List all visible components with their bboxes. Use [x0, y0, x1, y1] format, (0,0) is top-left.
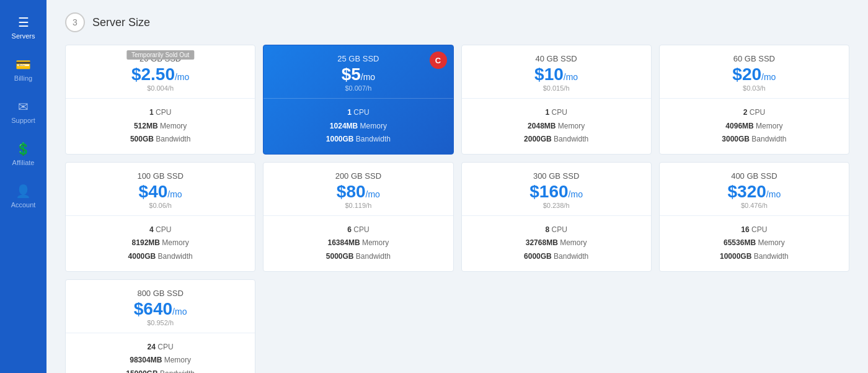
price-suffix: /mo — [569, 189, 583, 199]
card-bandwidth: 15000GB Bandwidth — [76, 367, 245, 373]
card-price: $2.50/mo — [76, 66, 245, 83]
card-price-hour: $0.238/h — [472, 202, 641, 209]
price-suffix: /mo — [366, 189, 380, 199]
card-price-hour: $0.119/h — [273, 202, 443, 209]
card-memory: 32768MB Memory — [472, 236, 641, 250]
card-price: $10/mo — [472, 66, 641, 83]
card-memory: 16384MB Memory — [273, 236, 443, 250]
card-bottom: 6 CPU 16384MB Memory 5000GB Bandwidth — [264, 216, 453, 271]
card-storage: 25 GB SSD — [273, 54, 443, 63]
server-plan-card-100gb[interactable]: 100 GB SSD $40/mo $0.06/h 4 CPU 8192MB M… — [65, 162, 255, 272]
server-plan-card-300gb[interactable]: 300 GB SSD $160/mo $0.238/h 8 CPU 32768M… — [461, 162, 652, 272]
card-top: 100 GB SSD $40/mo $0.06/h — [66, 163, 255, 216]
price-suffix: /mo — [761, 72, 776, 82]
account-icon: 👤 — [16, 184, 31, 199]
card-cpu: 16 CPU — [670, 223, 839, 237]
card-top: 400 GB SSD $320/mo $0.476/h — [660, 163, 849, 216]
affiliate-icon: 💲 — [16, 142, 31, 156]
card-price: $20/mo — [670, 66, 839, 83]
sidebar-item-label: Billing — [14, 74, 32, 82]
card-bandwidth: 2000GB Bandwidth — [472, 133, 641, 146]
card-memory: 1024MB Memory — [273, 120, 443, 133]
sidebar-item-support[interactable]: ✉ Support — [0, 91, 46, 133]
card-bottom: 4 CPU 8192MB Memory 4000GB Bandwidth — [66, 216, 255, 271]
sold-out-badge: Temporarily Sold Out — [126, 50, 194, 60]
price-suffix: /mo — [175, 72, 189, 82]
card-price-hour: $0.015/h — [472, 84, 641, 92]
servers-icon: ☰ — [18, 15, 29, 30]
sidebar-item-label: Affiliate — [12, 159, 35, 166]
card-price: $40/mo — [76, 183, 245, 200]
main-content: 3 Server Size Temporarily Sold Out 20 GB… — [46, 0, 868, 373]
card-cpu: 2 CPU — [670, 106, 839, 120]
card-storage: 40 GB SSD — [472, 54, 641, 63]
card-top: 25 GB SSD $5/mo $0.007/h — [264, 45, 453, 99]
server-plan-card-400gb[interactable]: 400 GB SSD $320/mo $0.476/h 16 CPU 65536… — [659, 162, 849, 272]
card-price-hour: $0.06/h — [76, 202, 245, 209]
price-suffix: /mo — [361, 72, 375, 82]
card-price: $160/mo — [472, 183, 641, 200]
server-plan-card-800gb[interactable]: 800 GB SSD $640/mo $0.952/h 24 CPU 98304… — [65, 279, 255, 373]
sidebar-item-affiliate[interactable]: 💲 Affiliate — [0, 133, 46, 175]
step-number: 3 — [65, 12, 85, 32]
card-price-hour: $0.476/h — [670, 202, 839, 209]
card-memory: 8192MB Memory — [76, 236, 245, 250]
card-top: 800 GB SSD $640/mo $0.952/h — [66, 280, 255, 333]
card-bandwidth: 5000GB Bandwidth — [273, 250, 443, 264]
card-bandwidth: 3000GB Bandwidth — [670, 133, 839, 146]
card-cpu: 1 CPU — [472, 106, 641, 120]
server-size-grid: Temporarily Sold Out 20 GB SSD $2.50/mo … — [65, 45, 849, 373]
card-bandwidth: 1000GB Bandwidth — [273, 133, 443, 146]
card-bandwidth: 4000GB Bandwidth — [76, 250, 245, 264]
card-top: 40 GB SSD $10/mo $0.015/h — [462, 45, 651, 99]
card-storage: 300 GB SSD — [472, 171, 641, 181]
card-bottom: 1 CPU 2048MB Memory 2000GB Bandwidth — [462, 99, 651, 154]
step-title: Server Size — [92, 16, 150, 29]
card-bottom: 1 CPU 1024MB Memory 1000GB Bandwidth — [264, 99, 453, 154]
card-bottom: 24 CPU 98304MB Memory 15000GB Bandwidth — [66, 333, 255, 373]
card-bottom: 1 CPU 512MB Memory 500GB Bandwidth — [66, 99, 255, 154]
price-suffix: /mo — [167, 189, 182, 199]
card-memory: 2048MB Memory — [472, 120, 641, 133]
server-plan-card-20gb[interactable]: Temporarily Sold Out 20 GB SSD $2.50/mo … — [65, 45, 255, 155]
card-top: 60 GB SSD $20/mo $0.03/h — [660, 45, 849, 99]
card-bottom: 8 CPU 32768MB Memory 6000GB Bandwidth — [462, 216, 651, 271]
card-storage: 400 GB SSD — [670, 171, 839, 181]
card-price-hour: $0.03/h — [670, 84, 839, 92]
card-cpu: 1 CPU — [76, 106, 245, 120]
card-cpu: 8 CPU — [472, 223, 641, 237]
card-cpu: 24 CPU — [76, 341, 245, 354]
card-memory: 512MB Memory — [76, 120, 245, 133]
sidebar-item-servers[interactable]: ☰ Servers — [0, 6, 46, 48]
sidebar: ☰ Servers 💳 Billing ✉ Support 💲 Affiliat… — [0, 0, 46, 373]
support-icon: ✉ — [18, 99, 29, 114]
card-bottom: 16 CPU 65536MB Memory 10000GB Bandwidth — [660, 216, 849, 271]
card-storage: 100 GB SSD — [76, 171, 245, 181]
selected-badge: C — [430, 52, 447, 69]
server-plan-card-25gb[interactable]: C 25 GB SSD $5/mo $0.007/h 1 CPU 1024MB … — [263, 45, 453, 155]
card-top: 200 GB SSD $80/mo $0.119/h — [264, 163, 453, 216]
sidebar-item-account[interactable]: 👤 Account — [0, 175, 46, 217]
card-price: $640/mo — [76, 300, 245, 318]
card-bandwidth: 6000GB Bandwidth — [472, 250, 641, 264]
sidebar-item-label: Support — [11, 117, 35, 124]
sidebar-item-label: Account — [11, 201, 36, 209]
server-plan-card-200gb[interactable]: 200 GB SSD $80/mo $0.119/h 6 CPU 16384MB… — [263, 162, 453, 272]
card-cpu: 4 CPU — [76, 223, 245, 237]
card-cpu: 1 CPU — [273, 106, 443, 120]
sidebar-item-billing[interactable]: 💳 Billing — [0, 48, 46, 91]
card-bottom: 2 CPU 4096MB Memory 3000GB Bandwidth — [660, 99, 849, 154]
server-plan-card-40gb[interactable]: 40 GB SSD $10/mo $0.015/h 1 CPU 2048MB M… — [461, 45, 652, 155]
card-memory: 65536MB Memory — [670, 236, 839, 250]
step-header: 3 Server Size — [65, 12, 849, 32]
price-suffix: /mo — [172, 307, 187, 317]
card-storage: 200 GB SSD — [273, 171, 443, 181]
card-bandwidth: 10000GB Bandwidth — [670, 250, 839, 264]
server-plan-card-60gb[interactable]: 60 GB SSD $20/mo $0.03/h 2 CPU 4096MB Me… — [659, 45, 849, 155]
billing-icon: 💳 — [16, 57, 31, 72]
card-storage: 800 GB SSD — [76, 289, 245, 298]
card-storage: 60 GB SSD — [670, 54, 839, 63]
card-price-hour: $0.007/h — [273, 84, 443, 92]
sidebar-item-label: Servers — [12, 32, 35, 40]
card-memory: 98304MB Memory — [76, 354, 245, 367]
